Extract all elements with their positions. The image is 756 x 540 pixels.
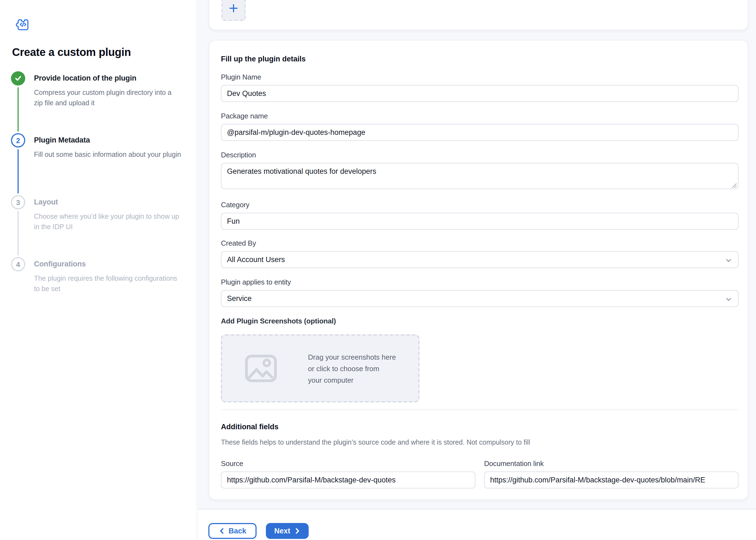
package-name-label: Package name xyxy=(221,112,738,120)
step-2-description: Fill out some basic information about yo… xyxy=(34,150,182,160)
create-custom-plugin-page: Create a custom plugin Provide location … xyxy=(0,0,756,540)
step-3-marker: 3 xyxy=(11,195,25,257)
step-2-title: Plugin Metadata xyxy=(34,133,182,148)
connector-2-3 xyxy=(18,149,19,194)
screenshots-field: Add Plugin Screenshots (optional) Drag y… xyxy=(221,317,738,402)
step-provide-location[interactable]: Provide location of the plugin Compress … xyxy=(11,71,182,133)
step-3-number-circle: 3 xyxy=(11,195,25,209)
form-title: Fill up the plugin details xyxy=(221,55,738,63)
plugin-name-label: Plugin Name xyxy=(221,73,738,81)
chevron-down-icon xyxy=(725,257,732,264)
description-label: Description xyxy=(221,151,738,159)
connector-3-4 xyxy=(18,211,19,255)
applies-to-entity-value: Service xyxy=(227,294,252,303)
uploaded-plugins-card xyxy=(209,0,748,30)
source-input[interactable] xyxy=(221,472,475,488)
step-1-marker xyxy=(11,71,25,133)
created-by-value: All Account Users xyxy=(227,255,285,264)
chevron-down-icon xyxy=(725,296,732,303)
screenshots-label: Add Plugin Screenshots (optional) xyxy=(221,317,738,325)
category-input[interactable] xyxy=(221,213,738,230)
image-icon xyxy=(244,354,277,383)
step-1-title: Provide location of the plugin xyxy=(34,71,182,85)
step-1-description: Compress your custom plugin directory in… xyxy=(34,88,182,108)
step-3-description: Choose where you’d like your plugin to s… xyxy=(34,211,182,232)
dropzone-text: Drag your screenshots here or click to c… xyxy=(308,351,396,386)
connector-1-2 xyxy=(18,87,19,132)
package-name-input[interactable] xyxy=(221,124,738,141)
step-3-title: Layout xyxy=(34,195,182,209)
chevron-left-icon xyxy=(219,527,225,535)
step-4-description: The plugin requires the following config… xyxy=(34,274,182,294)
applies-to-entity-label: Plugin applies to entity xyxy=(221,278,738,286)
step-4-number-circle: 4 xyxy=(11,257,25,271)
documentation-link-input[interactable] xyxy=(484,472,738,488)
applies-to-entity-field: Plugin applies to entity Service xyxy=(221,278,738,307)
wizard-stepper: Provide location of the plugin Compress … xyxy=(11,71,182,294)
package-name-field: Package name xyxy=(221,112,738,141)
additional-fields-title: Additional fields xyxy=(221,423,738,431)
category-label: Category xyxy=(221,201,738,209)
section-divider xyxy=(221,410,738,410)
source-field: Source xyxy=(221,460,475,488)
plugin-details-card: Fill up the plugin details Plugin Name P… xyxy=(209,40,748,500)
plugin-name-input[interactable] xyxy=(221,85,738,102)
step-configurations[interactable]: 4 Configurations The plugin requires the… xyxy=(11,257,182,294)
category-field: Category xyxy=(221,201,738,230)
source-label: Source xyxy=(221,460,475,468)
next-button[interactable]: Next xyxy=(266,523,309,539)
step-layout[interactable]: 3 Layout Choose where you’d like your pl… xyxy=(11,195,182,257)
screenshots-dropzone[interactable]: Drag your screenshots here or click to c… xyxy=(221,335,420,402)
wizard-footer: Back Next xyxy=(198,509,756,540)
step-1-complete-circle xyxy=(11,71,25,85)
documentation-link-field: Documentation link xyxy=(484,460,738,488)
main-content: Fill up the plugin details Plugin Name P… xyxy=(198,0,756,540)
step-2-number-circle: 2 xyxy=(11,133,25,148)
plus-icon xyxy=(228,3,239,14)
step-plugin-metadata[interactable]: 2 Plugin Metadata Fill out some basic in… xyxy=(11,133,182,195)
step-2-marker: 2 xyxy=(11,133,25,195)
description-field: Description Generates motivational quote… xyxy=(221,151,738,191)
check-icon xyxy=(14,74,22,82)
step-4-marker: 4 xyxy=(11,257,25,294)
next-button-label: Next xyxy=(274,527,291,535)
custom-plugin-icon xyxy=(15,16,31,32)
created-by-select[interactable]: All Account Users xyxy=(221,251,738,268)
additional-fields-helper: These fields helps to understand the plu… xyxy=(221,439,738,446)
step-4-title: Configurations xyxy=(34,257,182,271)
created-by-field: Created By All Account Users xyxy=(221,239,738,268)
wizard-sidebar: Create a custom plugin Provide location … xyxy=(0,0,197,540)
back-button[interactable]: Back xyxy=(208,523,257,539)
description-textarea[interactable]: Generates motivational quotes for develo… xyxy=(221,163,738,189)
created-by-label: Created By xyxy=(221,239,738,247)
page-title: Create a custom plugin xyxy=(12,46,182,59)
chevron-right-icon xyxy=(294,527,300,535)
back-button-label: Back xyxy=(229,527,246,535)
documentation-link-label: Documentation link xyxy=(484,460,738,468)
applies-to-entity-select[interactable]: Service xyxy=(221,290,738,307)
add-plugin-tile[interactable] xyxy=(221,0,246,21)
plugin-name-field: Plugin Name xyxy=(221,73,738,102)
